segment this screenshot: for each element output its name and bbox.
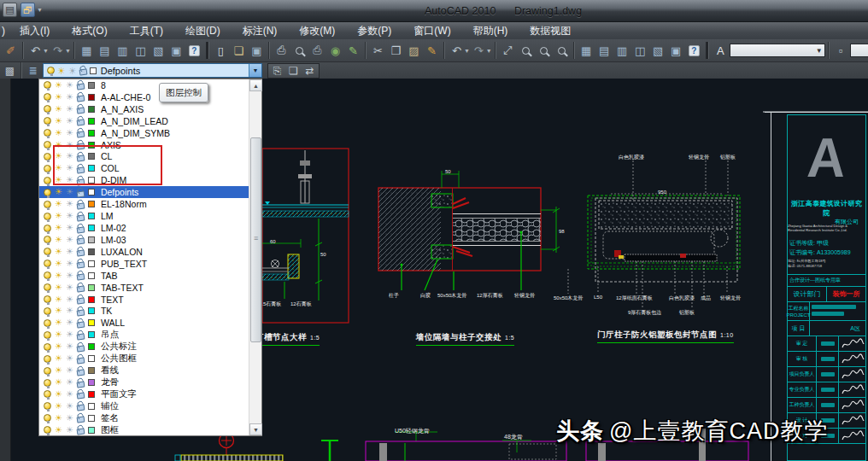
menu-item-5[interactable]: 标注(N) [232,22,289,39]
layer-on-icon[interactable] [44,271,51,279]
layer-unlock-icon[interactable] [76,274,85,281]
layer-on-icon[interactable] [44,153,51,160]
layer-row-A_N_DIM_SYMB[interactable]: ☀☀A_N_DIM_SYMB [39,127,249,139]
layer-color-swatch[interactable] [88,213,95,219]
layer-unlock-icon[interactable] [76,429,85,435]
layer-vp-freeze-icon[interactable]: ☀ [66,366,73,375]
draw-order-icon[interactable]: ▩ [2,63,18,78]
zoom-previous-icon[interactable] [553,42,571,60]
layer-color-swatch[interactable] [88,319,95,326]
layer-unlock-icon[interactable] [76,309,85,316]
cut-clip-icon[interactable]: ✂ [369,42,387,60]
layer-unlock-icon[interactable] [76,190,85,197]
layer-vp-freeze-icon[interactable]: ☀ [66,105,73,114]
layer-on-icon[interactable] [44,81,51,89]
dropdown-arrow-icon[interactable]: ▼ [816,47,823,55]
layer-unlock-icon[interactable] [76,393,85,400]
layer-row-PUB_TEXT[interactable]: ☀☀PUB_TEXT [39,258,249,270]
layer-color-swatch[interactable] [88,225,95,231]
layer-vp-freeze-icon[interactable]: ☀ [66,354,73,363]
layer-thaw-icon[interactable]: ☀ [55,117,62,125]
layer-unlock-icon[interactable] [76,214,85,221]
zoom-realtime-icon[interactable] [517,42,535,60]
layer-vp-freeze-icon[interactable]: ☀ [66,236,73,244]
layer-color-swatch[interactable] [88,415,95,422]
layer-row-公共标注[interactable]: ☀☀公共标注 [39,341,249,353]
layer-on-icon[interactable] [44,319,51,327]
layer-vp-freeze-icon[interactable]: ☀ [66,295,73,304]
layer-color-swatch[interactable] [88,391,95,398]
new-file-icon[interactable]: ▯ [212,42,230,60]
markup-icon[interactable]: ✎ [344,42,362,60]
layer-on-icon[interactable] [44,225,51,232]
layer-row-LUXALON[interactable]: ☀☀LUXALON [39,246,249,258]
layer-unlock-icon[interactable] [76,262,85,269]
plot-icon[interactable]: ⎙ [273,42,290,60]
layer-row-LM-03[interactable]: ☀☀LM-03 [39,234,249,246]
layer-color-swatch[interactable] [88,427,95,434]
layer-thaw-icon[interactable]: ☀ [55,188,62,196]
layer-unlock-icon[interactable] [76,357,85,364]
layer-vp-freeze-icon[interactable]: ☀ [66,283,73,292]
layer-color-swatch[interactable] [88,379,95,386]
layer-row-辅位[interactable]: ☀☀辅位 [39,400,249,412]
layer-color-swatch[interactable] [88,201,95,207]
layer-row-平面文字[interactable]: ☀☀平面文字 [39,388,249,400]
zoom-extents-icon[interactable]: ⤢ [499,42,517,60]
redo-2-icon[interactable]: ↷ [470,42,488,60]
block-group-icon[interactable]: ▧ [150,42,167,60]
layer-row-TAB[interactable]: ☀☀TAB [39,270,249,282]
layer-unlock-icon[interactable] [76,405,85,411]
layer-thaw-icon[interactable]: ☀ [55,93,62,102]
layer-thaw-icon[interactable]: ☀ [55,378,62,387]
layer-on-icon[interactable] [44,129,51,137]
layer-vp-freeze-icon[interactable]: ☀ [66,342,73,351]
layer-thaw-icon[interactable]: ☀ [55,248,62,256]
layer-thaw-icon[interactable]: ☀ [55,330,62,339]
layer-thaw-icon[interactable]: ☀ [55,402,62,411]
scroll-down-button[interactable]: ▼ [249,423,262,435]
layer-color-swatch[interactable] [88,130,95,137]
layer-thaw-icon[interactable]: ☀ [55,354,62,363]
scroll-up-button[interactable]: ▲ [249,79,262,91]
layer-vp-freeze-icon[interactable]: ☀ [66,330,73,339]
menu-item-10[interactable]: 数据视图 [519,22,582,39]
menu-item-7[interactable]: 参数(P) [346,22,402,39]
menu-item-1[interactable]: 插入(I) [9,22,61,39]
layer-on-icon[interactable] [44,414,51,422]
layer-thaw-icon[interactable]: ☀ [55,105,62,114]
help-icon[interactable]: ? [185,42,203,60]
layer-vp-freeze-icon[interactable]: ☀ [66,306,73,315]
publish-icon[interactable]: ⎙ [308,42,326,60]
menu-item-3[interactable]: 工具(T) [119,22,174,39]
layer-color-swatch[interactable] [88,94,95,101]
layer-color-swatch[interactable] [88,284,95,291]
menu-item-4[interactable]: 绘图(D) [174,22,232,39]
layer-unlock-icon[interactable] [76,297,85,304]
redo-icon[interactable]: ↷ [49,42,67,60]
layer-thaw-icon[interactable]: ☀ [55,283,62,292]
combo-dropdown-button[interactable]: ▼ [249,64,261,77]
layer-unlock-icon[interactable] [76,417,85,423]
layer-on-icon[interactable] [44,426,51,434]
layer-row-EL-18Norm[interactable]: ☀☀EL-18Norm [39,198,249,210]
block-insert-icon[interactable]: ▤ [96,42,114,60]
layer-on-icon[interactable] [44,177,51,184]
layer-thaw-icon[interactable]: ☀ [55,366,62,375]
tool-palette-icon[interactable]: ▥ [613,42,631,60]
calc-icon[interactable]: ▧ [649,42,667,60]
layer-on-icon[interactable] [44,331,51,339]
layer-color-swatch[interactable] [88,355,95,362]
layer-color-swatch[interactable] [88,82,95,89]
dbconnect-icon[interactable]: ▣ [667,42,685,60]
layer-row-Defpoints[interactable]: ☀☀Defpoints [39,186,249,198]
layer-on-icon[interactable] [44,307,51,315]
layer-unlock-icon[interactable] [76,84,85,90]
layer-vp-freeze-icon[interactable]: ☀ [66,93,73,102]
layer-thaw-icon[interactable]: ☀ [55,236,62,244]
layer-previous-icon[interactable]: ❏ [285,63,302,78]
layer-row-A-AL-CHE-0[interactable]: ☀☀A-AL-CHE-0 [39,91,249,103]
layer-thaw-icon[interactable]: ☀ [57,67,66,75]
layer-unlock-icon[interactable] [76,131,85,138]
layer-palette-icon[interactable]: ▤ [595,42,613,60]
